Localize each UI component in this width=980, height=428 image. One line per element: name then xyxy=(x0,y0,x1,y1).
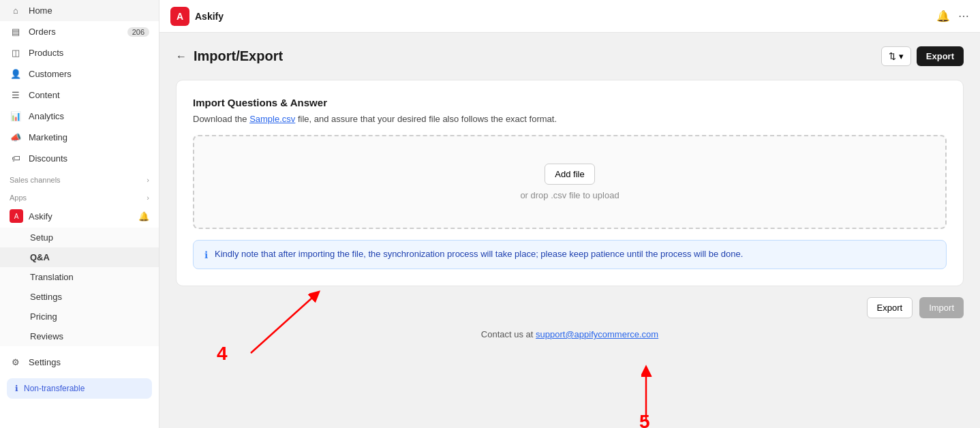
sidebar-label-discounts: Discounts xyxy=(29,153,67,164)
sort-icon: ⇅ xyxy=(889,51,896,61)
customers-icon: 👤 xyxy=(10,69,22,79)
qa-label: Q&A xyxy=(30,252,50,262)
page-header-right: ⇅ ▾ Export xyxy=(881,46,964,66)
sidebar-item-content[interactable]: ☰ Content xyxy=(0,85,159,106)
sidebar-label-customers: Customers xyxy=(29,69,72,79)
info-text: Kindly note that after importing the fil… xyxy=(215,249,743,259)
sidebar-item-analytics[interactable]: 📊 Analytics xyxy=(0,106,159,127)
sales-channels-label: Sales channels xyxy=(10,176,61,184)
sidebar-label-content: Content xyxy=(29,90,60,100)
orders-badge: 206 xyxy=(127,27,149,37)
info-icon: ℹ xyxy=(204,249,208,260)
export-button[interactable]: Export xyxy=(867,297,913,318)
sidebar-label-marketing: Marketing xyxy=(29,132,67,142)
setup-label: Setup xyxy=(30,232,53,243)
sidebar-item-setup[interactable]: Setup xyxy=(0,228,159,247)
topbar-bell-icon[interactable]: 🔔 xyxy=(936,10,950,22)
sidebar-item-askify[interactable]: A Askify 🔔 xyxy=(0,204,159,228)
card-title: Import Questions & Answer xyxy=(193,97,947,108)
non-transferable-banner[interactable]: ℹ Non-transferable xyxy=(7,378,152,399)
sidebar-item-qa[interactable]: Q&A xyxy=(0,247,159,267)
file-drop-zone[interactable]: Add file or drop .csv file to upload xyxy=(193,135,947,229)
topbar-icon-text: A xyxy=(177,11,183,22)
topbar-more-icon[interactable]: ⋯ xyxy=(958,10,969,22)
sidebar-item-pricing[interactable]: Pricing xyxy=(0,307,159,326)
sample-csv-link[interactable]: Sample.csv xyxy=(249,114,295,124)
card-description: Download the Sample.csv file, and assure… xyxy=(193,114,947,124)
askify-nav-label: Askify xyxy=(29,211,52,221)
translation-label: Translation xyxy=(30,272,74,282)
sort-chevron-icon: ▾ xyxy=(899,51,904,61)
pricing-label: Pricing xyxy=(30,311,57,322)
orders-icon: ▤ xyxy=(10,27,22,37)
apps-section: Apps › xyxy=(0,187,159,204)
sales-channels-section: Sales channels › xyxy=(0,169,159,187)
sidebar-item-products[interactable]: ◫ Products xyxy=(0,42,159,63)
topbar-left: A Askify xyxy=(170,7,224,26)
settings-sub-label: Settings xyxy=(30,292,62,302)
askify-subnav: Setup Q&A Translation Settings Pricing R… xyxy=(0,228,159,346)
contact-line: Contact us at support@appifycommerce.com xyxy=(176,329,964,339)
sidebar-item-orders[interactable]: ▤ Orders 206 xyxy=(0,21,159,42)
sidebar-item-translation[interactable]: Translation xyxy=(0,267,159,287)
info-box: ℹ Kindly note that after importing the f… xyxy=(193,240,947,269)
sidebar-item-customers[interactable]: 👤 Customers xyxy=(0,63,159,85)
sidebar-item-reviews[interactable]: Reviews xyxy=(0,326,159,346)
sidebar-item-discounts[interactable]: 🏷 Discounts xyxy=(0,148,159,169)
main-wrapper: A Askify 🔔 ⋯ ← Import/Export ⇅ ▾ Export xyxy=(159,0,980,428)
sort-button[interactable]: ⇅ ▾ xyxy=(881,46,911,66)
topbar-app-name: Askify xyxy=(195,11,224,22)
desc-prefix: Download the xyxy=(193,114,249,124)
askify-bell-icon: 🔔 xyxy=(138,211,149,221)
sidebar: ⌂ Home ▤ Orders 206 ◫ Products 👤 Custome… xyxy=(0,0,159,428)
page-title: Import/Export xyxy=(194,48,283,64)
sidebar-item-marketing[interactable]: 📣 Marketing xyxy=(0,127,159,148)
import-button[interactable]: Import xyxy=(919,297,964,318)
topbar-app-icon: A xyxy=(170,7,189,26)
content-icon: ☰ xyxy=(10,90,22,100)
contact-email-link[interactable]: support@appifycommerce.com xyxy=(536,329,658,339)
page-header-left: ← Import/Export xyxy=(176,48,283,64)
reviews-label: Reviews xyxy=(30,331,63,341)
settings-icon: ⚙ xyxy=(10,357,22,367)
sidebar-label-orders: Orders xyxy=(29,27,56,37)
sidebar-label-home: Home xyxy=(29,5,52,16)
home-icon: ⌂ xyxy=(10,5,22,16)
non-transferable-label: Non-transferable xyxy=(24,384,85,393)
page-content: ← Import/Export ⇅ ▾ Export Import Questi… xyxy=(159,33,980,428)
sales-channels-chevron: › xyxy=(147,176,149,184)
apps-label: Apps xyxy=(10,194,27,202)
sidebar-item-home[interactable]: ⌂ Home xyxy=(0,0,159,21)
info-circle-icon: ℹ xyxy=(15,384,18,393)
topbar: A Askify 🔔 ⋯ xyxy=(159,0,980,33)
export-header-button[interactable]: Export xyxy=(917,46,964,66)
discounts-icon: 🏷 xyxy=(10,153,22,164)
topbar-right: 🔔 ⋯ xyxy=(936,10,969,22)
svg-text:4: 4 xyxy=(217,343,228,364)
sidebar-item-settings[interactable]: ⚙ Settings xyxy=(0,352,159,373)
marketing-icon: 📣 xyxy=(10,132,22,142)
analytics-icon: 📊 xyxy=(10,111,22,121)
sidebar-label-analytics: Analytics xyxy=(29,111,64,121)
products-icon: ◫ xyxy=(10,48,22,58)
add-file-button[interactable]: Add file xyxy=(545,164,594,185)
sidebar-label-products: Products xyxy=(29,48,63,58)
page-header: ← Import/Export ⇅ ▾ Export xyxy=(176,46,964,66)
svg-text:5: 5 xyxy=(639,411,650,428)
import-card: Import Questions & Answer Download the S… xyxy=(176,80,964,286)
apps-chevron: › xyxy=(147,194,149,202)
desc-suffix: file, and assure that your desired file … xyxy=(295,114,557,124)
back-arrow-button[interactable]: ← xyxy=(176,50,187,63)
drop-zone-text: or drop .csv file to upload xyxy=(208,190,932,200)
sidebar-item-settings-sub[interactable]: Settings xyxy=(0,287,159,307)
askify-icon: A xyxy=(10,209,23,223)
contact-prefix: Contact us at xyxy=(481,329,536,339)
footer-actions: Export Import xyxy=(176,297,964,318)
settings-label: Settings xyxy=(29,357,61,367)
